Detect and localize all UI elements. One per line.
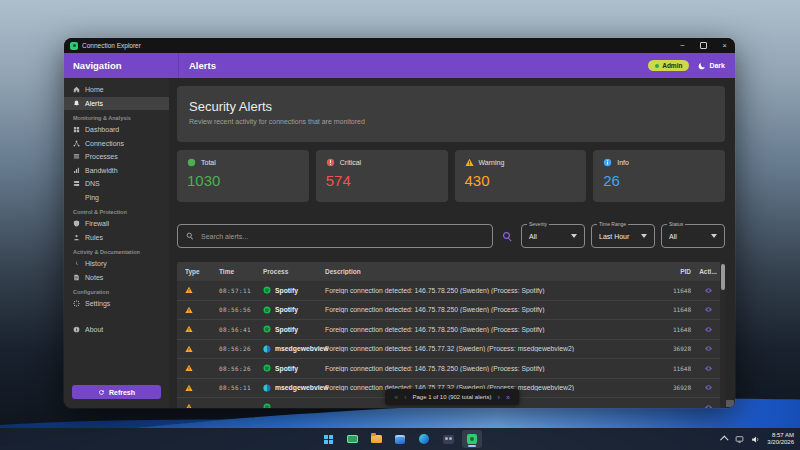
column-header-type: Type (185, 268, 219, 275)
stat-label: Warning (479, 159, 505, 166)
tray-chevron-up-icon[interactable] (720, 435, 728, 443)
filter-row: SeverityAllTime RangeLast HourStatusAll (177, 224, 725, 248)
app-icon (70, 42, 78, 50)
search-box[interactable] (177, 224, 493, 248)
speaker-icon[interactable] (751, 435, 760, 444)
display-icon[interactable] (735, 435, 744, 444)
alert-time: 08:56:11 (219, 384, 263, 391)
column-header-pid: PID (641, 268, 691, 275)
dashboard-icon (73, 126, 80, 133)
home-icon (73, 86, 80, 93)
people-icon (443, 435, 454, 444)
alert-description: Foreign connection detected: 146.75.78.2… (325, 365, 641, 372)
dns-icon (73, 180, 80, 187)
first-page-button[interactable]: « (394, 394, 398, 401)
sidebar-item-dns[interactable]: DNS (64, 177, 169, 191)
search-input[interactable] (199, 232, 484, 241)
alert-pid: 11648 (641, 365, 691, 372)
person-icon (73, 234, 80, 241)
sidebar-item-rules[interactable]: Rules (64, 231, 169, 245)
clock-time: 8:57 AM (767, 432, 794, 439)
sidebar-item-settings[interactable]: Settings (64, 297, 169, 311)
select-label: Severity (527, 221, 549, 227)
sidebar-item-about[interactable]: About (64, 323, 169, 337)
next-page-button[interactable]: › (498, 394, 500, 401)
taskbar-button-task-view[interactable] (342, 430, 362, 448)
theme-toggle[interactable]: Dark (698, 62, 725, 70)
alerts-hero-card: Security Alerts Review recent activity f… (177, 86, 725, 142)
taskbar-button-mail[interactable] (390, 430, 410, 448)
select-status[interactable]: StatusAll (661, 224, 725, 248)
info-icon (73, 326, 80, 333)
sidebar-item-ping[interactable]: Ping (64, 191, 169, 205)
taskbar-button-file-explorer[interactable] (366, 430, 386, 448)
alert-row[interactable]: 08:56:26msedgewebviewForeign connection … (177, 340, 725, 360)
sidebar-item-firewall[interactable]: Firewall (64, 217, 169, 231)
window-titlebar[interactable]: Connection Explorer − × (64, 38, 735, 53)
column-header-time: Time (219, 268, 263, 275)
alerts-table: TypeTimeProcessDescriptionPIDActi... 08:… (177, 262, 725, 408)
taskbar-button-start[interactable] (318, 430, 338, 448)
refresh-button[interactable]: Refresh (72, 385, 161, 399)
sidebar-item-dashboard[interactable]: Dashboard (64, 123, 169, 137)
app-window: Connection Explorer − × Navigation Alert… (64, 38, 735, 408)
alert-process: Spotify (275, 306, 298, 313)
system-tray: 8:57 AM 3/20/2026 (722, 428, 794, 450)
sidebar-item-connections[interactable]: Connections (64, 137, 169, 151)
alert-row[interactable]: 08:56:26SpotifyForeign connection detect… (177, 359, 725, 379)
taskbar: 8:57 AM 3/20/2026 (0, 428, 800, 450)
sidebar-item-processes[interactable]: Processes (64, 150, 169, 164)
sidebar-item-label: Rules (85, 234, 103, 241)
alert-row[interactable]: 08:56:56SpotifyForeign connection detect… (177, 301, 725, 321)
select-value: All (529, 233, 537, 240)
taskbar-button-edge[interactable] (414, 430, 434, 448)
maximize-icon (700, 42, 707, 49)
clock-date: 3/20/2026 (767, 439, 794, 446)
alert-description: Foreign connection detected: 146.75.77.3… (325, 345, 641, 352)
maximize-button[interactable] (693, 38, 714, 53)
sidebar-item-label: About (85, 326, 103, 333)
scrollbar-thumb[interactable] (721, 264, 725, 290)
edgeview-icon (263, 384, 271, 392)
stat-card-info: Info26 (593, 150, 725, 202)
taskbar-button-people[interactable] (438, 430, 458, 448)
last-page-button[interactable]: » (506, 394, 510, 401)
search-icon (502, 231, 513, 242)
close-button[interactable]: × (714, 38, 735, 53)
taskbar-clock[interactable]: 8:57 AM 3/20/2026 (767, 432, 794, 446)
stat-label: Total (201, 159, 216, 166)
minimize-button[interactable]: − (672, 38, 693, 53)
table-scrollbar[interactable] (720, 262, 725, 408)
warning-icon (185, 286, 193, 294)
status-dot-icon (655, 64, 659, 68)
note-icon (73, 274, 80, 281)
column-header-description: Description (325, 268, 641, 275)
edge-icon (419, 434, 429, 444)
sidebar-item-notes[interactable]: Notes (64, 271, 169, 285)
prev-page-button[interactable]: ‹ (404, 394, 406, 401)
shield-icon (73, 220, 80, 227)
sidebar-item-alerts[interactable]: Alerts (64, 97, 169, 111)
stat-card-warning: Warning430 (455, 150, 587, 202)
stat-label: Info (617, 159, 629, 166)
sidebar-item-history[interactable]: History (64, 257, 169, 271)
statInfo-icon (603, 158, 612, 167)
select-time-range[interactable]: Time RangeLast Hour (591, 224, 655, 248)
sidebar-item-home[interactable]: Home (64, 83, 169, 97)
search-submit-button[interactable] (499, 228, 515, 244)
stat-value: 26 (603, 172, 715, 189)
alert-row[interactable]: 08:57:11SpotifyForeign connection detect… (177, 281, 725, 301)
select-severity[interactable]: SeverityAll (521, 224, 585, 248)
moon-icon (698, 62, 706, 70)
spotify-icon (263, 364, 271, 372)
taskbar-button-connection-explorer[interactable] (462, 430, 482, 448)
page-title: Alerts (179, 60, 216, 71)
stat-value: 574 (326, 172, 438, 189)
processes-icon (73, 153, 80, 160)
sidebar-item-bandwidth[interactable]: Bandwidth (64, 164, 169, 178)
admin-status-badge[interactable]: Admin (648, 60, 689, 71)
alert-description: Foreign connection detected: 146.75.78.2… (325, 326, 641, 333)
alert-time: 08:56:26 (219, 365, 263, 372)
warning-icon (185, 384, 193, 392)
alert-row[interactable]: 08:56:41SpotifyForeign connection detect… (177, 320, 725, 340)
